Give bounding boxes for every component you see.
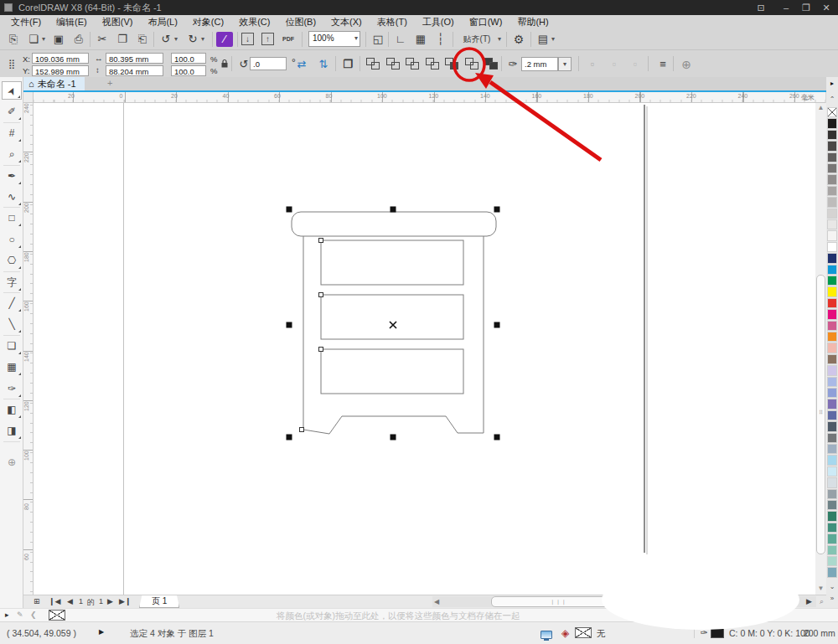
- palette-swatch[interactable]: [827, 523, 837, 533]
- options-gear-icon[interactable]: ⚙: [510, 31, 527, 48]
- palette-swatch[interactable]: [827, 321, 837, 331]
- menu-H[interactable]: 帮助(H): [510, 15, 556, 28]
- menu-W[interactable]: 窗口(W): [462, 15, 510, 28]
- save-button[interactable]: ▣: [50, 31, 67, 48]
- palette-scroll-up-icon[interactable]: ⌃: [826, 95, 838, 103]
- palette-swatch[interactable]: [827, 377, 837, 387]
- crop-tool[interactable]: #: [2, 124, 22, 142]
- hint-eyedropper-icon[interactable]: ✎: [17, 611, 23, 619]
- search-replace-button[interactable]: ∕: [216, 32, 233, 47]
- cut-button[interactable]: ✂: [94, 31, 111, 48]
- open-dropdown-icon[interactable]: ▾: [42, 35, 45, 43]
- paste-button[interactable]: ⎗: [134, 31, 151, 48]
- freehand-tool[interactable]: ✒: [2, 167, 22, 185]
- export-button[interactable]: ↑: [261, 33, 274, 45]
- interactive-fill-tool[interactable]: ◧: [2, 400, 22, 419]
- drop-shadow-tool[interactable]: ❏: [2, 337, 22, 355]
- palette-swatch[interactable]: [827, 230, 837, 240]
- palette-swatch[interactable]: [827, 410, 837, 420]
- mirror-horizontal-button[interactable]: ⇄: [293, 56, 310, 73]
- outline-width-field[interactable]: .2 mm: [521, 57, 558, 71]
- menu-O[interactable]: 工具(O): [415, 15, 462, 28]
- palette-swatch[interactable]: [827, 276, 837, 286]
- zoom-tool[interactable]: ⌕: [2, 145, 22, 163]
- undo-dropdown-icon[interactable]: ▾: [174, 35, 178, 43]
- palette-swatch[interactable]: [827, 298, 837, 308]
- ellipse-tool[interactable]: ○: [2, 230, 22, 249]
- no-color-palette-swatch[interactable]: [827, 107, 837, 117]
- menu-B[interactable]: 位图(B): [277, 15, 323, 28]
- palette-swatch[interactable]: [827, 421, 837, 431]
- palette-swatch[interactable]: [827, 163, 837, 173]
- scroll-down-icon[interactable]: ▼: [815, 585, 826, 592]
- palette-swatch[interactable]: [827, 141, 837, 151]
- palette-swatch[interactable]: [827, 455, 837, 465]
- vertical-ruler[interactable]: 2402202001801601401201008060: [23, 103, 34, 595]
- rotation-angle-field[interactable]: .0: [250, 57, 287, 70]
- snap-dropdown-icon[interactable]: ▾: [498, 35, 501, 43]
- trim-button[interactable]: [386, 58, 401, 70]
- front-minus-back-button[interactable]: [445, 58, 459, 70]
- create-boundary-button[interactable]: [484, 58, 499, 70]
- palette-swatch[interactable]: [827, 533, 837, 544]
- menu-X[interactable]: 文本(X): [323, 15, 370, 28]
- open-button[interactable]: ❏: [25, 31, 42, 48]
- palette-swatch[interactable]: [827, 174, 837, 184]
- simplify-button[interactable]: [426, 58, 440, 70]
- smart-fill-tool[interactable]: ◨: [2, 421, 22, 440]
- palette-swatch[interactable]: [827, 343, 837, 353]
- palette-swatch[interactable]: [827, 500, 837, 510]
- palette-swatch[interactable]: [827, 209, 837, 219]
- nav-right-icon[interactable]: ▶: [806, 597, 812, 605]
- print-button[interactable]: ⎙: [70, 31, 87, 48]
- launcher-dropdown-icon[interactable]: ▾: [551, 35, 555, 43]
- outline-width-dropdown-icon[interactable]: ▾: [558, 57, 572, 71]
- document-tab[interactable]: ⌂未命名 -1: [23, 77, 85, 90]
- weld-button[interactable]: [366, 58, 380, 70]
- show-grid-button[interactable]: ▦: [412, 31, 429, 48]
- palette-swatch[interactable]: [827, 186, 837, 196]
- shape-tool[interactable]: ✐: [2, 102, 22, 121]
- new-tab-button[interactable]: +: [107, 78, 112, 88]
- zoom-level-combo[interactable]: 100% ▾: [308, 31, 360, 47]
- previous-page-button[interactable]: ◀: [67, 597, 73, 605]
- account-icon[interactable]: ⊡: [753, 0, 769, 15]
- x-position-field[interactable]: 109.036 mm: [32, 53, 89, 64]
- app-launcher-button[interactable]: ▤: [535, 31, 551, 48]
- combine-button[interactable]: ❐: [339, 56, 356, 73]
- scale-x-field[interactable]: 100.0: [171, 53, 206, 64]
- object-height-field[interactable]: 88.204 mm: [106, 65, 163, 76]
- menu-L[interactable]: 布局(L): [140, 15, 184, 28]
- scroll-up-icon[interactable]: ▲: [815, 104, 826, 111]
- palette-swatch[interactable]: [827, 388, 837, 398]
- close-button[interactable]: ✕: [818, 0, 835, 15]
- hint-back-icon[interactable]: ❮: [30, 611, 37, 619]
- palette-swatch[interactable]: [827, 477, 837, 487]
- menu-T[interactable]: 表格(T): [370, 15, 415, 28]
- minimize-button[interactable]: –: [778, 0, 794, 15]
- fullscreen-preview-button[interactable]: ◱: [370, 31, 386, 48]
- palette-flyout-icon[interactable]: ▸: [826, 80, 838, 87]
- lock-ratio-icon[interactable]: [220, 59, 229, 69]
- publish-pdf-button[interactable]: PDF: [280, 31, 297, 48]
- object-width-field[interactable]: 80.395 mm: [106, 53, 163, 64]
- parallel-dimension-tool[interactable]: ╱: [2, 294, 22, 312]
- redo-button[interactable]: ↻: [184, 31, 201, 48]
- menu-V[interactable]: 视图(V): [95, 15, 141, 28]
- mini-zoom-icon[interactable]: ⌕: [820, 597, 824, 606]
- palette-swatch[interactable]: [827, 567, 837, 577]
- palette-swatch[interactable]: [827, 511, 837, 521]
- back-minus-front-button[interactable]: [465, 58, 479, 70]
- palette-swatch[interactable]: [827, 332, 837, 342]
- palette-swatch[interactable]: [827, 556, 837, 566]
- ruler-origin-box[interactable]: [23, 92, 34, 103]
- palette-swatch[interactable]: [827, 433, 837, 443]
- text-tool[interactable]: 字: [2, 273, 22, 291]
- copy-button[interactable]: ❐: [114, 31, 131, 48]
- edit-powerclip-button[interactable]: ▫: [627, 56, 644, 73]
- last-page-button[interactable]: ▶❙: [119, 597, 131, 605]
- transparency-tool[interactable]: ▦: [2, 358, 22, 376]
- palette-scroll-down-icon[interactable]: ⌄: [826, 583, 838, 590]
- scale-y-field[interactable]: 100.0: [171, 65, 206, 76]
- palette-swatch[interactable]: [827, 242, 837, 252]
